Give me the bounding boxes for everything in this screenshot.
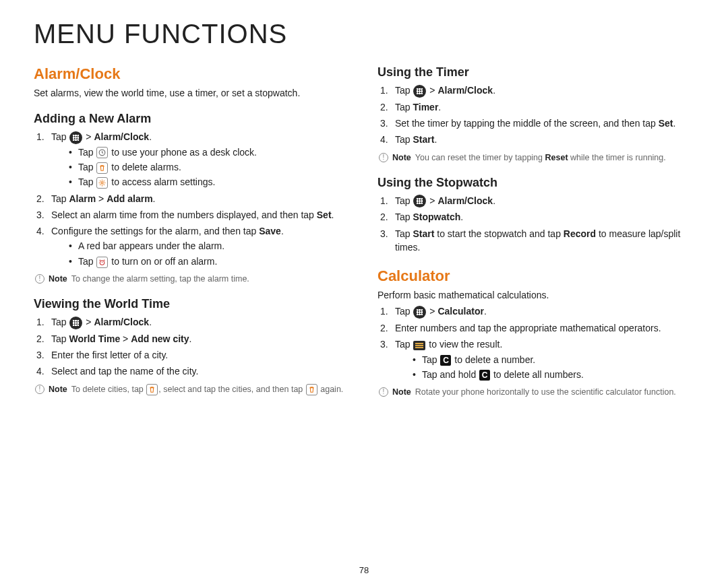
- apps-icon: [413, 306, 426, 319]
- menu-icon: [413, 341, 425, 350]
- timer-steps: Tap > Alarm/Clock. Tap Timer. Set the ti…: [377, 84, 694, 147]
- content-columns: Alarm/Clock Set alarms, view the world t…: [34, 61, 694, 401]
- bullet-alarm-settings: Tap to access alarm settings.: [51, 175, 351, 189]
- trash-icon: [146, 384, 158, 395]
- note-timer: ! Note You can reset the timer by tappin…: [377, 152, 694, 164]
- right-column: Using the Timer Tap > Alarm/Clock. Tap T…: [377, 61, 694, 401]
- apps-icon: [413, 85, 426, 98]
- adding-step4-bullets: A red bar appears under the alarm. Tap t…: [51, 239, 351, 268]
- heading-alarm-clock: Alarm/Clock: [34, 65, 351, 83]
- heading-calculator: Calculator: [377, 267, 694, 285]
- clear-key-icon: C: [479, 370, 490, 381]
- bullet-delete-alarms: Tap to delete alarms.: [51, 160, 351, 174]
- alarm-toggle-icon: [96, 257, 108, 268]
- heading-world-time: Viewing the World Time: [34, 297, 351, 311]
- calc-step-2: Enter numbers and tap the appropriate ma…: [377, 321, 694, 335]
- adding-step-4: Configure the settings for the alarm, an…: [34, 224, 351, 268]
- trash-icon: [306, 384, 317, 395]
- left-column: Alarm/Clock Set alarms, view the world t…: [34, 61, 351, 401]
- clear-key-icon: C: [440, 355, 451, 366]
- heading-timer: Using the Timer: [377, 65, 694, 79]
- trash-icon: [96, 162, 108, 174]
- world-step-3: Enter the first letter of a city.: [34, 348, 351, 362]
- timer-step-4: Tap Start.: [377, 133, 694, 146]
- calc-intro: Perform basic mathematical calculations.: [377, 289, 694, 302]
- stopwatch-steps: Tap > Alarm/Clock. Tap Stopwatch. Tap St…: [377, 194, 694, 255]
- page-number: 78: [0, 565, 728, 575]
- note-world-time: ! Note To delete cities, tap , select an…: [34, 384, 351, 395]
- world-step-4: Select and tap the name of the city.: [34, 364, 351, 378]
- heading-adding-alarm: Adding a New Alarm: [34, 112, 351, 126]
- stopwatch-step-2: Tap Stopwatch.: [377, 210, 694, 224]
- calc-steps: Tap > Calculator. Enter numbers and tap …: [377, 304, 694, 381]
- bullet-delete-all: Tap and hold C to delete all numbers.: [395, 368, 694, 381]
- calc-step-1: Tap > Calculator.: [377, 304, 694, 319]
- apps-icon: [413, 195, 426, 207]
- world-step-1: Tap > Alarm/Clock.: [34, 315, 351, 329]
- calc-step3-bullets: Tap C to delete a number. Tap and hold C…: [395, 353, 694, 382]
- bullet-toggle-alarm: Tap to turn on or off an alarm.: [51, 255, 351, 268]
- svg-point-1: [101, 182, 103, 184]
- apps-icon: [69, 131, 82, 144]
- info-icon: !: [379, 387, 388, 397]
- adding-step-3: Select an alarm time from the numbers di…: [34, 208, 351, 222]
- apps-icon: [69, 317, 82, 329]
- info-icon: !: [379, 153, 388, 162]
- note-adding-alarm: ! Note To change the alarm setting, tap …: [34, 273, 351, 285]
- adding-step-1: Tap > Alarm/Clock. Tap to use your phone…: [34, 130, 351, 189]
- bullet-delete-number: Tap C to delete a number.: [395, 353, 694, 366]
- adding-step1-bullets: Tap to use your phone as a desk clock. T…: [51, 145, 351, 189]
- alarm-intro: Set alarms, view the world time, use a t…: [34, 87, 351, 100]
- adding-step-2: Tap Alarm > Add alarm.: [34, 192, 351, 205]
- timer-step-3: Set the timer by tapping the middle of t…: [377, 117, 694, 130]
- calc-step-3: Tap to view the result. Tap C to delete …: [377, 337, 694, 381]
- timer-step-1: Tap > Alarm/Clock.: [377, 84, 694, 98]
- stopwatch-step-3: Tap Start to start the stopwatch and tap…: [377, 227, 694, 255]
- heading-stopwatch: Using the Stopwatch: [377, 176, 694, 190]
- note-calculator: ! Note Rotate your phone horizontally to…: [377, 387, 694, 398]
- info-icon: !: [35, 274, 44, 284]
- adding-alarm-steps: Tap > Alarm/Clock. Tap to use your phone…: [34, 130, 351, 268]
- info-icon: !: [35, 385, 44, 394]
- stopwatch-step-1: Tap > Alarm/Clock.: [377, 194, 694, 208]
- gear-icon: [96, 177, 108, 189]
- bullet-desk-clock: Tap to use your phone as a desk clock.: [51, 145, 351, 159]
- world-time-steps: Tap > Alarm/Clock. Tap World Time > Add …: [34, 315, 351, 379]
- page-title: MENU FUNCTIONS: [34, 19, 694, 49]
- timer-step-2: Tap Timer.: [377, 100, 694, 114]
- world-step-2: Tap World Time > Add new city.: [34, 332, 351, 346]
- bullet-red-bar: A red bar appears under the alarm.: [51, 239, 351, 253]
- clock-icon: [96, 147, 108, 158]
